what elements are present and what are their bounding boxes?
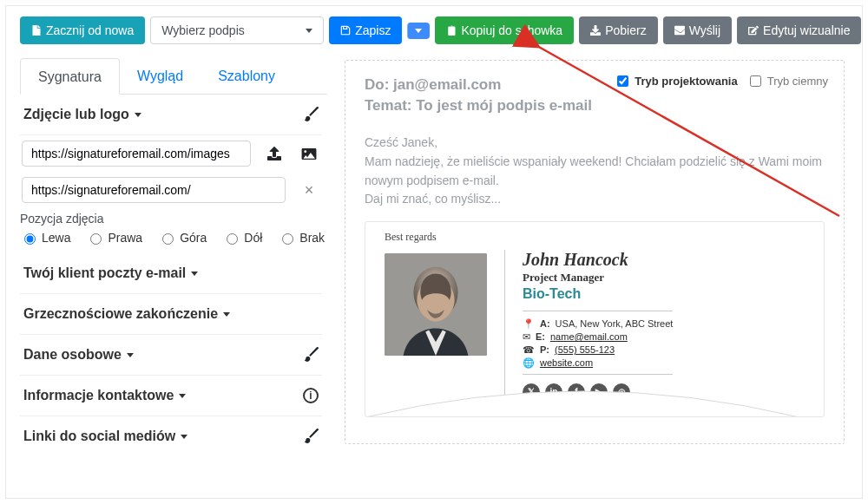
section-client-label: Twój klient poczty e-mail <box>23 265 186 281</box>
file-icon <box>31 25 42 36</box>
section-greeting[interactable]: Grzecznościowe zakończenie <box>20 294 322 335</box>
preview-body: Cześć Janek, Mam nadzieję, że mieliście … <box>365 134 825 209</box>
section-social-label: Linki do social mediów <box>23 429 175 444</box>
signature-web: 🌐website.com <box>523 357 673 369</box>
signature-title: Project Manager <box>523 271 673 285</box>
section-client[interactable]: Twój klient poczty e-mail <box>20 253 322 294</box>
send-button[interactable]: Wyślij <box>663 16 732 44</box>
start-over-button[interactable]: Zacznij od nowa <box>20 16 145 44</box>
avatar <box>385 253 487 356</box>
position-label: Pozycja zdjęcia <box>20 208 322 227</box>
radio-top[interactable]: Góra <box>158 231 207 245</box>
section-personal-label: Dane osobowe <box>23 347 122 363</box>
chevron-down-icon <box>181 435 187 439</box>
edit-label: Edytuj wizualnie <box>763 23 850 38</box>
pin-icon: 📍 <box>523 318 535 330</box>
signature-email: ✉E: name@email.com <box>523 331 673 343</box>
link-url-input[interactable] <box>22 177 286 203</box>
save-dropdown-button[interactable] <box>407 23 430 39</box>
preview-subject: Temat: To jest mój podpis e-mail <box>365 97 825 115</box>
dark-mode-checkbox[interactable]: Tryb ciemny <box>746 73 828 89</box>
signature-address: 📍A: USA, New York, ABC Street <box>523 318 673 330</box>
signature-select-label: Wybierz podpis <box>161 23 245 38</box>
phone-icon: ☎ <box>523 344 535 356</box>
save-label: Zapisz <box>355 23 391 38</box>
download-label: Pobierz <box>605 23 646 38</box>
upload-icon[interactable] <box>263 141 286 167</box>
section-photo[interactable]: Zdjęcie lub logo <box>20 95 322 135</box>
chevron-down-icon <box>306 29 312 33</box>
clipboard-icon <box>446 25 457 36</box>
radio-left[interactable]: Lewa <box>20 231 70 245</box>
brush-icon[interactable] <box>303 429 319 444</box>
radio-bottom[interactable]: Dół <box>222 231 262 245</box>
download-icon <box>590 25 601 36</box>
copy-label: Kopiuj do schowka <box>461 23 562 38</box>
signature-phone: ☎P: (555) 555-123 <box>523 344 673 356</box>
copy-button[interactable]: Kopiuj do schowka <box>435 16 574 44</box>
info-icon[interactable]: i <box>303 388 319 403</box>
mail-icon <box>674 25 685 36</box>
start-over-label: Zacznij od nowa <box>46 23 134 38</box>
section-photo-label: Zdjęcie lub logo <box>23 107 129 122</box>
radio-none[interactable]: Brak <box>278 231 325 245</box>
save-button[interactable]: Zapisz <box>329 16 402 44</box>
tabs: Sygnatura Wygląd Szablony <box>20 58 327 95</box>
design-mode-checkbox[interactable]: Tryb projektowania <box>614 73 737 89</box>
globe-icon: 🌐 <box>523 357 535 369</box>
edit-icon <box>748 25 759 36</box>
signature-card: Best regards <box>365 221 825 417</box>
preview-panel: Tryb projektowania Tryb ciemny Do: jan@e… <box>345 60 845 444</box>
save-icon <box>340 25 351 36</box>
radio-right[interactable]: Prawa <box>86 231 142 245</box>
tab-look[interactable]: Wygląd <box>120 58 201 94</box>
section-personal[interactable]: Dane osobowe <box>20 335 322 376</box>
image-icon[interactable] <box>298 141 320 167</box>
chevron-down-icon <box>135 113 141 117</box>
chevron-down-icon <box>191 272 198 276</box>
mail-icon: ✉ <box>523 331 530 343</box>
signature-select[interactable]: Wybierz podpis <box>150 16 324 44</box>
image-url-input[interactable] <box>22 141 251 167</box>
section-contact[interactable]: Informacje kontaktowe i <box>20 376 322 416</box>
tab-signature[interactable]: Sygnatura <box>20 58 120 95</box>
signature-name: John Hancock <box>523 250 673 270</box>
tab-templates[interactable]: Szablony <box>201 58 293 94</box>
section-contact-label: Informacje kontaktowe <box>23 388 174 403</box>
caret-down-icon <box>415 29 422 33</box>
chevron-down-icon <box>127 353 134 357</box>
signature-regards: Best regards <box>385 231 437 244</box>
download-button[interactable]: Pobierz <box>579 16 657 44</box>
section-social[interactable]: Linki do social mediów <box>20 416 322 456</box>
clear-icon[interactable]: × <box>298 177 320 203</box>
brush-icon[interactable] <box>303 347 319 363</box>
curve-decoration <box>365 383 799 417</box>
chevron-down-icon <box>223 312 230 317</box>
signature-company: Bio-Tech <box>523 286 673 302</box>
send-label: Wyślij <box>689 23 720 38</box>
chevron-down-icon <box>179 394 186 398</box>
edit-button[interactable]: Edytuj wizualnie <box>737 16 861 44</box>
section-greeting-label: Grzecznościowe zakończenie <box>23 306 218 322</box>
brush-icon[interactable] <box>303 107 319 122</box>
